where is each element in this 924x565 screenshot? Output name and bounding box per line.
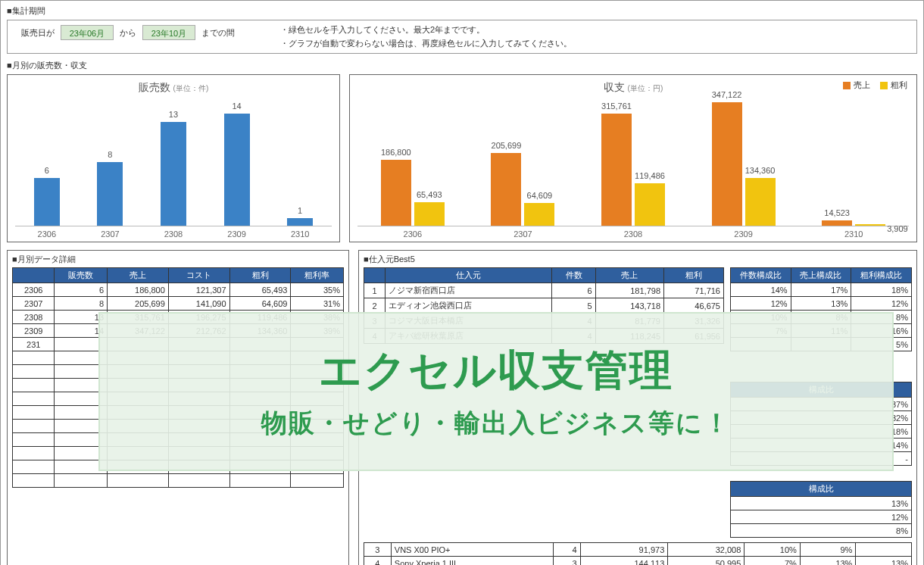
charts-section-label: ■月別の販売数・収支 — [7, 60, 917, 71]
legend-swatch-yellow — [880, 82, 888, 89]
period-note-line: ・グラフが自動で変わらない場合は、再度緑色セルに入力してみてください。 — [280, 37, 572, 51]
ratio-cell: 13% — [731, 497, 912, 510]
sales-count-chart: 販売数 (単位：件) 6813141 23062307230823092310 — [7, 74, 340, 242]
promo-overlay: エクセル収支管理 物販・せどり・輸出入ビジネス等に！ — [98, 312, 894, 471]
period-note-line: ・緑色セルを手入力してください。最大2年までです。 — [280, 23, 572, 37]
chart-legend: 売上 粗利 — [835, 80, 907, 91]
chart-title: 販売数 — [139, 81, 170, 93]
overlay-title: エクセル収支管理 — [319, 342, 673, 400]
legend-label: 粗利 — [891, 80, 907, 91]
period-panel: 販売日が 23年06月 から 23年10月 までの間 ・緑色セルを手入力してくだ… — [7, 20, 917, 54]
period-suffix: までの間 — [201, 27, 235, 39]
best5-label: ■仕入元Best5 — [364, 254, 912, 265]
period-notes: ・緑色セルを手入力してください。最大2年までです。 ・グラフが自動で変わらない場… — [280, 23, 572, 50]
ratio-cell: 12% — [731, 510, 912, 524]
period-prefix: 販売日が — [21, 27, 55, 39]
ratio-header: 構成比 — [731, 482, 912, 497]
period-from-input[interactable]: 23年06月 — [61, 25, 114, 40]
legend-swatch-orange — [843, 82, 851, 89]
ratio-block3: 構成比 13% 12% 8% — [730, 481, 912, 538]
ratio-cell: 8% — [731, 524, 912, 538]
product-best-table: 3VNS X00 PIO+491,97332,00810%9%4Sony Xpe… — [364, 542, 912, 565]
period-to-input[interactable]: 23年10月 — [142, 25, 195, 40]
chart-subtitle: (単位：件) — [173, 84, 209, 92]
overlay-subtitle: 物販・せどり・輸出入ビジネス等に！ — [261, 406, 731, 441]
revenue-chart: 売上 粗利 収支 (単位：円) 186,80065,493205,69964,6… — [349, 74, 917, 242]
chart-title: 収支 — [604, 81, 625, 93]
monthly-detail-label: ■月別データ詳細 — [12, 254, 344, 265]
legend-label: 売上 — [854, 80, 870, 91]
chart-subtitle: (単位：円) — [628, 84, 663, 92]
period-from-to: から — [120, 27, 136, 39]
period-section-label: ■集計期間 — [7, 5, 917, 17]
